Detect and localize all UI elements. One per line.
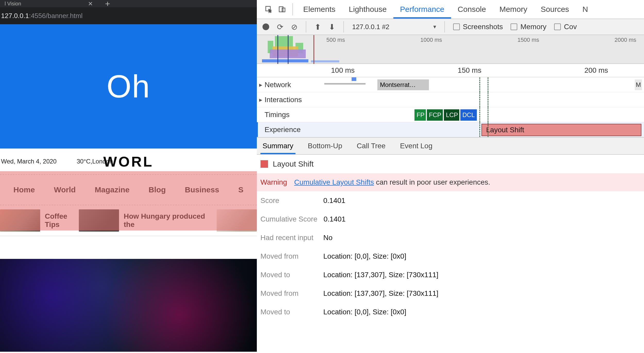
network-bar	[352, 77, 356, 81]
new-tab-button[interactable]: +	[97, 1, 118, 6]
download-icon[interactable]: ⬇	[329, 22, 335, 31]
timing-lcp[interactable]: LCP	[444, 109, 459, 121]
summary-row: Moved toLocation: [137,307], Size: [730x…	[257, 266, 644, 284]
inspect-icon[interactable]	[262, 0, 275, 19]
time-guide	[479, 77, 480, 92]
network-request[interactable]: M	[635, 79, 642, 90]
ticker-title[interactable]: Coffee Tips	[45, 212, 74, 229]
main-nav: Home World Magazine Blog Business S	[0, 174, 257, 205]
track-label: Experience	[265, 126, 316, 134]
time-guide	[479, 122, 480, 137]
news-ticker: Coffee Tips How Hungary produced the	[0, 205, 257, 236]
nav-business[interactable]: Business	[185, 185, 219, 194]
url-path: :4556/banner.html	[29, 12, 82, 20]
separator	[444, 21, 445, 32]
device-toggle-icon[interactable]	[275, 0, 289, 19]
summary-title: Layout Shift	[273, 160, 313, 168]
ticker-title[interactable]: How Hungary produced the	[124, 212, 212, 229]
site-title: WORL	[103, 149, 154, 174]
separator	[343, 21, 344, 32]
nav-world[interactable]: World	[54, 185, 75, 194]
chevron-down-icon[interactable]: ▾	[433, 23, 436, 30]
tick-label: 150 ms	[458, 66, 481, 75]
summary-value: 0.1401	[323, 196, 345, 205]
tab-call-tree[interactable]: Call Tree	[355, 138, 388, 154]
tab-performance[interactable]: Performance	[393, 0, 451, 19]
browser-window: l Vision × + 127.0.0.1 :4556/banner.html…	[0, 0, 257, 353]
close-icon[interactable]: ×	[88, 1, 93, 6]
tab-lighthouse[interactable]: Lighthouse	[342, 0, 393, 19]
record-button[interactable]	[262, 23, 269, 30]
nav-home[interactable]: Home	[13, 185, 35, 194]
tab-console[interactable]: Console	[451, 0, 493, 19]
reload-icon[interactable]: ⟳	[277, 22, 283, 31]
summary-row: Moved toLocation: [0,0], Size: [0x0]	[257, 303, 644, 321]
address-bar[interactable]: 127.0.0.1 :4556/banner.html	[0, 7, 257, 24]
summary-value: Location: [0,0], Size: [0x0]	[323, 252, 406, 260]
summary-warning: Warning Cumulative Layout Shifts can res…	[257, 173, 644, 191]
summary-value: No	[323, 234, 333, 242]
url-host: 127.0.0.1	[1, 12, 29, 20]
summary-row: Moved fromLocation: [137,307], Size: [73…	[257, 284, 644, 303]
tab-elements[interactable]: Elements	[296, 0, 342, 19]
summary-value: Location: [137,307], Size: [730x111]	[323, 271, 438, 279]
track-experience[interactable]: ▸ Experience Layout Shift	[257, 122, 644, 137]
tick-label: 1500 ms	[518, 37, 539, 43]
recording-select[interactable]: 127.0.0.1 #2	[352, 23, 389, 31]
tick-label: 1000 ms	[420, 37, 442, 43]
ticker-thumb	[0, 209, 40, 232]
summary-row: Score0.1401	[257, 191, 644, 210]
devtools-panel: Elements Lighthouse Performance Console …	[257, 0, 644, 353]
upload-icon[interactable]: ⬆	[315, 22, 321, 31]
nav-blog[interactable]: Blog	[149, 185, 166, 194]
summary-key: Moved from	[260, 289, 317, 298]
color-swatch	[260, 160, 268, 168]
network-request[interactable]: Montserrat…	[377, 79, 429, 90]
tab-event-log[interactable]: Event Log	[398, 138, 435, 154]
tab-strip: l Vision × +	[0, 0, 257, 7]
summary-key: Moved from	[260, 252, 317, 260]
overview-ticks: 500 ms 1000 ms 1500 ms 2000 ms	[326, 37, 644, 43]
banner-text: Oh	[107, 68, 150, 105]
check-label: Cov	[564, 23, 577, 31]
time-guide	[479, 92, 480, 107]
summary-key: Had recent input	[260, 234, 317, 242]
tab-more[interactable]: N	[576, 0, 595, 19]
chevron-right-icon[interactable]: ▸	[257, 81, 265, 88]
tick-label: 100 ms	[331, 66, 355, 75]
nav-more[interactable]: S	[238, 185, 243, 194]
cls-doc-link[interactable]: Cumulative Layout Shifts	[294, 178, 374, 186]
devtools-tabbar: Elements Lighthouse Performance Console …	[257, 0, 644, 19]
track-network[interactable]: ▸ Network Montserrat… M	[257, 77, 644, 92]
timing-fp[interactable]: FP	[414, 109, 426, 121]
tab-summary[interactable]: Summary	[260, 138, 295, 154]
browser-tab[interactable]: l Vision ×	[0, 0, 97, 7]
layout-shift-block[interactable]: Layout Shift	[481, 124, 641, 136]
overview-strip[interactable]: 500 ms 1000 ms 1500 ms 2000 ms	[257, 35, 644, 64]
flame-ruler[interactable]: 100 ms 150 ms 200 ms	[257, 64, 644, 77]
check-memory[interactable]: Memory	[511, 23, 546, 31]
ticker-thumb	[79, 209, 119, 232]
track-timings[interactable]: ▸ Timings FP FCP LCP DCL	[257, 107, 644, 122]
clear-icon[interactable]: ⊘	[291, 22, 298, 31]
track-interactions[interactable]: ▸ Interactions	[257, 92, 644, 107]
track-label: Timings	[265, 111, 316, 119]
timing-fcp[interactable]: FCP	[427, 109, 443, 121]
separator	[306, 21, 306, 32]
tab-sources[interactable]: Sources	[534, 0, 576, 19]
check-screenshots[interactable]: Screenshots	[453, 23, 503, 31]
tick-label: 500 ms	[326, 37, 345, 43]
tab-bottom-up[interactable]: Bottom-Up	[306, 138, 344, 154]
check-coverage[interactable]: Cov	[554, 23, 577, 31]
summary-value: Location: [137,307], Size: [730x111]	[323, 289, 438, 298]
summary-key: Cumulative Score	[260, 215, 317, 223]
chevron-right-icon[interactable]: ▸	[257, 96, 265, 103]
page-viewport: Oh Wed, March 4, 2020 30°C,London WORL H…	[0, 24, 257, 352]
nav-magazine[interactable]: Magazine	[95, 185, 130, 194]
time-guide	[488, 77, 488, 92]
network-bar	[324, 83, 366, 85]
hero-banner: Oh	[0, 24, 257, 149]
summary-row: Had recent inputNo	[257, 228, 644, 247]
tab-memory[interactable]: Memory	[493, 0, 534, 19]
timing-dcl[interactable]: DCL	[460, 109, 477, 121]
